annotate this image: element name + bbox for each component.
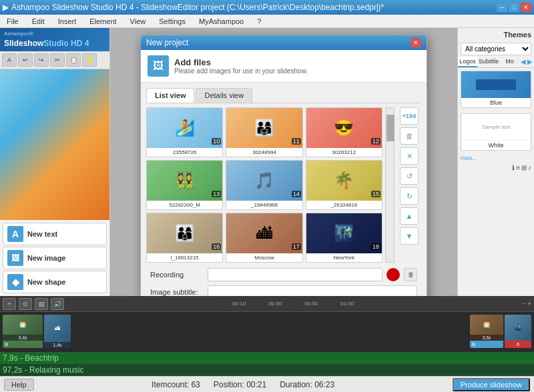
- themes-nav-left[interactable]: ◀: [521, 58, 526, 66]
- menu-bar: File Edit Insert Element View Settings M…: [0, 15, 534, 28]
- timeline-tool-add[interactable]: +: [3, 298, 16, 310]
- recording-input[interactable]: [208, 268, 382, 281]
- timeline-area: + ⊙ ▤ 🔊 00:10 00:30 00:50 01:00 − + 🌅 3,…: [0, 296, 534, 376]
- file-num-16: 16: [212, 243, 221, 250]
- content-row: Ashampoo® SlideshowStudio HD 4 A ↩ ↪ ✂ 📋…: [0, 28, 534, 296]
- recording-clear-button[interactable]: 🗑: [404, 268, 417, 281]
- new-shape-button[interactable]: ◆ New shape: [3, 271, 107, 293]
- timeline-item-4[interactable]: 🌃 6: [505, 315, 531, 348]
- menu-settings[interactable]: Settings: [155, 15, 190, 28]
- timeline-item-2[interactable]: 🏙 1,4s: [44, 315, 71, 348]
- themes-tab-logos[interactable]: Logos: [458, 57, 477, 67]
- new-text-button[interactable]: A New text: [3, 223, 107, 245]
- toolbar-icon-2[interactable]: ↩: [18, 53, 33, 67]
- file-item-10[interactable]: 🏄 10 23558726: [146, 107, 223, 157]
- add-files-button[interactable]: +194: [400, 107, 419, 125]
- themes-category-dropdown[interactable]: All categories: [461, 43, 531, 55]
- themes-tab-subtitle[interactable]: Subtitle: [477, 57, 500, 67]
- theme-item-white[interactable]: Sample text White: [461, 113, 531, 151]
- file-item-18[interactable]: 🌃 18 NewYork: [306, 213, 382, 263]
- delete-file-button[interactable]: 🗑: [400, 127, 419, 145]
- move-down-button[interactable]: ▼: [400, 227, 419, 245]
- new-image-button[interactable]: 🖼 New image: [3, 247, 107, 269]
- recording-start-button[interactable]: [386, 268, 400, 281]
- themes-tab-mo[interactable]: Mo: [500, 57, 519, 67]
- rotate-left-button[interactable]: ↺: [400, 167, 419, 185]
- new-shape-label: New shape: [27, 278, 65, 286]
- file-num-15: 15: [371, 191, 380, 197]
- tab-list-view[interactable]: List view: [146, 88, 194, 103]
- timeline-item-3[interactable]: 🌅 3,6s B: [470, 315, 503, 348]
- themes-nav: ◀ ▶: [519, 57, 534, 67]
- file-item-17[interactable]: 🏙 17 Moscow: [226, 213, 302, 263]
- tab-details-view[interactable]: Details view: [196, 88, 252, 103]
- themes-list-icon[interactable]: ≡: [516, 164, 520, 171]
- timeline-time-01-00: 01:00: [340, 301, 354, 307]
- file-name-17: Moscow: [226, 253, 302, 262]
- theme-item-blue[interactable]: Blue: [461, 71, 531, 108]
- move-up-button[interactable]: ▲: [400, 207, 419, 225]
- themes-icons: ℹ ≡ ⊞ ♪: [458, 163, 534, 173]
- maximize-button[interactable]: □: [509, 3, 519, 12]
- toolbar-icon-3[interactable]: ↪: [34, 53, 49, 67]
- app-icon: ▶: [3, 3, 9, 12]
- file-name-16: l_16613215: [147, 253, 222, 262]
- file-item-13[interactable]: 👯 13 52282200_M: [146, 160, 223, 210]
- menu-help[interactable]: ?: [253, 15, 265, 28]
- recording-label: Recording: [150, 271, 204, 279]
- produce-slideshow-button[interactable]: Produce slideshow: [453, 378, 530, 391]
- toolbar-icon-5[interactable]: 📋: [66, 53, 81, 67]
- timeline-zoom: − +: [522, 300, 531, 307]
- themes-nav-right[interactable]: ▶: [527, 58, 533, 66]
- file-num-11: 11: [292, 138, 301, 145]
- status-info: Itemcount: 63 Position: 00:21 Duration: …: [152, 380, 334, 389]
- menu-view[interactable]: View: [126, 15, 150, 28]
- bottom-bar: Help Itemcount: 63 Position: 00:21 Durat…: [0, 376, 534, 392]
- modal-header: 🖼 Add files Please add images for use in…: [141, 50, 427, 83]
- music-label-1: 7,9s - Beachtrip: [3, 353, 59, 363]
- modal-close-button[interactable]: ✕: [411, 38, 421, 47]
- timeline-item-1[interactable]: 🌅 3,4s B: [3, 315, 43, 348]
- view-tabs: List view Details view: [146, 88, 421, 103]
- file-grid: 🏄 10 23558726 👨‍👩‍👧 11: [146, 107, 382, 263]
- title-bar: ▶ Ashampoo Slideshow Studio HD 4 - Slide…: [0, 0, 534, 15]
- toolbar-icon-1[interactable]: A: [2, 53, 17, 67]
- file-item-11[interactable]: 👨‍👩‍👧 11 30248994: [226, 107, 302, 157]
- modal-header-text: Add files Please add images for use in y…: [174, 57, 308, 75]
- file-item-15[interactable]: 🌴 15 _26104816: [306, 160, 382, 210]
- file-name-11: 30248994: [226, 148, 302, 157]
- menu-edit[interactable]: Edit: [28, 15, 49, 28]
- menu-insert[interactable]: Insert: [54, 15, 81, 28]
- file-item-16[interactable]: 👨‍👩‍👦 16 l_16613215: [146, 213, 223, 263]
- menu-file[interactable]: File: [3, 15, 23, 28]
- menu-element[interactable]: Element: [85, 15, 120, 28]
- timeline-tool-2[interactable]: ⊙: [19, 298, 32, 310]
- help-button-bottom[interactable]: Help: [4, 379, 34, 391]
- file-item-14[interactable]: 🎵 14 _19846968: [226, 160, 302, 210]
- grid-scrollbar[interactable]: [385, 107, 394, 263]
- toolbar-icon-4[interactable]: ✂: [50, 53, 65, 67]
- timeline-tool-4[interactable]: 🔊: [51, 298, 64, 310]
- themes-music-icon[interactable]: ♪: [528, 164, 531, 171]
- minimize-button[interactable]: ─: [497, 3, 507, 12]
- remove-file-button[interactable]: ✕: [400, 147, 419, 165]
- window-title: Ashampoo Slideshow Studio HD 4 - Slidesh…: [11, 3, 384, 12]
- file-num-14: 14: [292, 191, 301, 197]
- themes-more-link[interactable]: mes...: [458, 153, 534, 163]
- file-item-12[interactable]: 😎 12 30263212: [306, 107, 382, 157]
- close-button[interactable]: ✕: [521, 3, 531, 12]
- themes-info-icon[interactable]: ℹ: [512, 164, 515, 171]
- menu-myashampoo[interactable]: MyAshampoo: [195, 15, 248, 28]
- rotate-right-button[interactable]: ↻: [400, 187, 419, 205]
- subtitle-input[interactable]: [208, 285, 417, 296]
- timeline-tool-3[interactable]: ▤: [35, 298, 48, 310]
- zoom-in-button[interactable]: +: [527, 300, 531, 307]
- timeline-thumb-1: 🌅: [3, 315, 43, 335]
- themes-grid-icon[interactable]: ⊞: [521, 164, 527, 171]
- zoom-out-button[interactable]: −: [522, 300, 526, 307]
- timeline-duration-3: 3,6s: [470, 335, 503, 341]
- new-project-modal: New project ✕ 🖼 Add files Please add ima…: [140, 35, 427, 296]
- modal-header-subtitle: Please add images for use in your slides…: [174, 67, 308, 75]
- new-image-icon: 🖼: [7, 250, 23, 266]
- toolbar-icon-6[interactable]: ⭐: [82, 53, 97, 67]
